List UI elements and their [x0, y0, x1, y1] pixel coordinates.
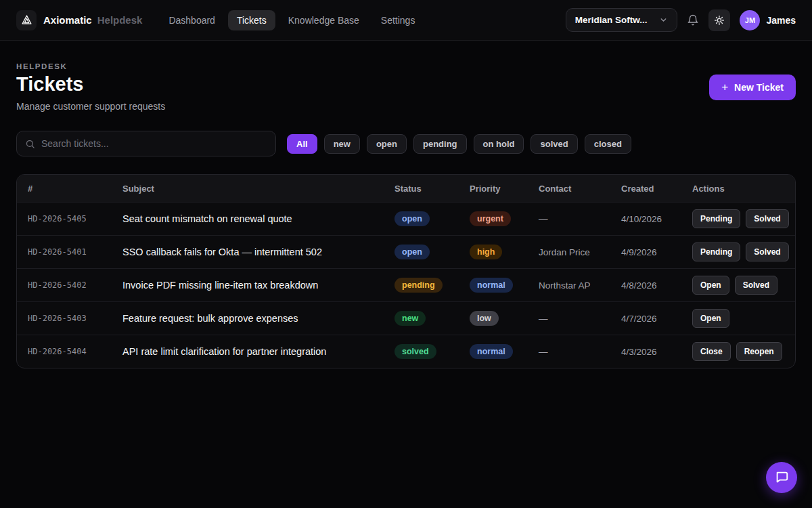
theme-toggle-button[interactable] — [708, 9, 730, 31]
org-selector-value: Meridian Softw... — [575, 15, 648, 25]
table-header-row: #SubjectStatusPriorityContactCreatedActi… — [17, 175, 795, 202]
row-actions: PendingSolved — [692, 209, 789, 228]
action-button-solved[interactable]: Solved — [735, 276, 777, 295]
action-button-open[interactable]: Open — [692, 309, 729, 328]
status-badge: open — [394, 211, 430, 226]
nav-item-dashboard[interactable]: Dashboard — [160, 10, 224, 30]
toolbar: Allnewopenpendingon holdsolvedclosed — [16, 131, 796, 156]
brand: Axiomatic Helpdesk — [16, 10, 142, 30]
ticket-id: HD-2026-5402 — [28, 280, 122, 290]
status-badge: solved — [394, 344, 436, 359]
row-actions: OpenSolved — [692, 276, 784, 295]
status-badge: pending — [394, 278, 443, 293]
ticket-created: 4/10/2026 — [621, 214, 692, 224]
search-icon — [25, 139, 35, 149]
priority-badge: urgent — [470, 211, 511, 226]
org-selector[interactable]: Meridian Softw... — [566, 8, 678, 32]
search-box — [16, 131, 276, 156]
action-button-reopen[interactable]: Reopen — [736, 342, 782, 361]
ticket-id: HD-2026-5405 — [28, 214, 122, 224]
sun-icon — [714, 15, 725, 26]
column-header-subject: Subject — [122, 184, 394, 194]
column-header-contact: Contact — [539, 184, 621, 194]
column-header-status: Status — [394, 184, 470, 194]
status-badge: new — [394, 311, 426, 326]
priority-badge: normal — [470, 344, 513, 359]
new-ticket-button[interactable]: + New Ticket — [709, 75, 796, 100]
ticket-id: HD-2026-5403 — [28, 314, 122, 323]
nav-item-knowledge-base[interactable]: Knowledge Base — [279, 10, 368, 30]
action-button-pending[interactable]: Pending — [692, 242, 740, 261]
breadcrumb-eyebrow: HELPDESK — [16, 62, 165, 70]
ticket-created: 4/3/2026 — [621, 347, 692, 357]
tickets-table: #SubjectStatusPriorityContactCreatedActi… — [16, 174, 796, 368]
priority-badge: high — [470, 245, 502, 259]
ticket-subject: Feature request: bulk approve expenses — [122, 313, 394, 324]
ticket-contact: Jordan Price — [539, 247, 621, 257]
page-subtitle: Manage customer support requests — [16, 101, 165, 112]
chat-bubble-icon — [774, 470, 789, 485]
brand-name: Axiomatic — [43, 14, 92, 26]
ticket-subject: API rate limit clarification for partner… — [122, 346, 394, 357]
notifications-button[interactable] — [687, 14, 699, 26]
action-button-open[interactable]: Open — [692, 276, 729, 295]
brand-logo-icon — [16, 10, 37, 30]
table-row[interactable]: HD-2026-5404API rate limit clarification… — [17, 335, 795, 368]
topbar-right: Meridian Softw... — [566, 8, 796, 32]
brand-suffix: Helpdesk — [97, 14, 143, 26]
ticket-contact: Northstar AP — [539, 280, 621, 291]
ticket-subject: Seat count mismatch on renewal quote — [122, 213, 394, 224]
ticket-contact: — — [539, 314, 621, 324]
action-button-pending[interactable]: Pending — [692, 209, 740, 228]
action-button-close[interactable]: Close — [692, 342, 731, 361]
filter-chip-closed[interactable]: closed — [585, 134, 631, 154]
action-button-solved[interactable]: Solved — [746, 242, 788, 261]
topbar: Axiomatic Helpdesk DashboardTicketsKnowl… — [0, 0, 812, 41]
action-button-solved[interactable]: Solved — [746, 209, 788, 228]
ticket-created: 4/8/2026 — [621, 280, 692, 291]
table-row[interactable]: HD-2026-5405Seat count mismatch on renew… — [17, 202, 795, 235]
ticket-subject: SSO callback fails for Okta — intermitte… — [122, 247, 394, 257]
page-header-text: HELPDESK Tickets Manage customer support… — [16, 62, 165, 112]
priority-badge: normal — [470, 278, 513, 293]
column-header-created: Created — [621, 184, 692, 194]
filter-chip-solved[interactable]: solved — [531, 134, 577, 154]
filter-chip-new[interactable]: new — [324, 134, 360, 154]
page-title: Tickets — [16, 73, 165, 96]
avatar: JM — [740, 10, 760, 30]
table-row[interactable]: HD-2026-5401SSO callback fails for Okta … — [17, 235, 795, 268]
filter-chip-on-hold[interactable]: on hold — [474, 134, 524, 154]
ticket-id: HD-2026-5401 — [28, 247, 122, 257]
column-header-actions: Actions — [692, 184, 784, 194]
priority-badge: low — [470, 311, 499, 326]
row-actions: CloseReopen — [692, 342, 784, 361]
table-row[interactable]: HD-2026-5403Feature request: bulk approv… — [17, 301, 795, 335]
table-row[interactable]: HD-2026-5402Invoice PDF missing line-ite… — [17, 268, 795, 301]
ticket-subject: Invoice PDF missing line-item tax breakd… — [122, 280, 394, 291]
nav-item-settings[interactable]: Settings — [372, 10, 424, 30]
main-nav: DashboardTicketsKnowledge BaseSettings — [160, 10, 424, 30]
page-content: HELPDESK Tickets Manage customer support… — [0, 62, 812, 368]
ticket-id: HD-2026-5404 — [28, 347, 122, 356]
filter-chips: Allnewopenpendingon holdsolvedclosed — [287, 134, 631, 154]
user-name: James — [766, 15, 796, 26]
bell-icon — [687, 14, 699, 26]
filter-chip-pending[interactable]: pending — [413, 134, 467, 154]
table-body: HD-2026-5405Seat count mismatch on renew… — [17, 202, 795, 368]
chat-fab-button[interactable] — [766, 462, 797, 493]
filter-chip-open[interactable]: open — [367, 134, 407, 154]
ticket-created: 4/7/2026 — [621, 314, 692, 324]
ticket-contact: — — [539, 347, 621, 357]
chevron-down-icon — [659, 16, 668, 24]
search-input[interactable] — [41, 138, 267, 149]
column-header-priority: Priority — [470, 184, 539, 194]
column-header-: # — [28, 184, 122, 194]
user-menu[interactable]: JM James — [740, 10, 796, 30]
status-badge: open — [394, 245, 430, 259]
plus-icon: + — [721, 81, 728, 93]
new-ticket-label: New Ticket — [734, 82, 784, 93]
ticket-contact: — — [539, 214, 621, 224]
filter-chip-all[interactable]: All — [287, 134, 317, 154]
nav-item-tickets[interactable]: Tickets — [228, 10, 275, 30]
ticket-created: 4/9/2026 — [621, 247, 692, 257]
